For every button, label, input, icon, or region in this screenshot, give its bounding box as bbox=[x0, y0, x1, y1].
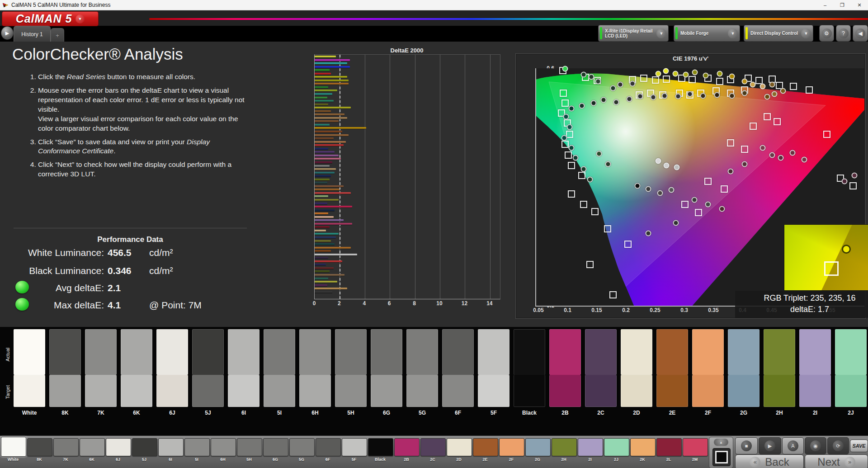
patch-button-5H[interactable] bbox=[237, 438, 262, 456]
patch-button-2K[interactable] bbox=[630, 438, 656, 456]
deltae-error-bar[interactable] bbox=[315, 250, 331, 252]
deltae-error-bar[interactable] bbox=[315, 66, 350, 68]
deltae-error-bar[interactable] bbox=[315, 113, 344, 115]
play-button[interactable]: ▶ bbox=[759, 437, 781, 454]
patch-button-7K[interactable] bbox=[53, 438, 79, 456]
patch-button-Black[interactable] bbox=[368, 438, 393, 456]
deltae-error-bar[interactable] bbox=[315, 195, 328, 197]
display-control-dropdown[interactable]: Direct Display Control ▼ bbox=[744, 25, 813, 42]
deltae-error-bar[interactable] bbox=[315, 62, 347, 64]
tab-scroll-button[interactable]: ▶ bbox=[1, 26, 14, 40]
deltae-error-bar[interactable] bbox=[315, 59, 350, 61]
deltae-error-bar[interactable] bbox=[315, 161, 332, 163]
patch-button-2F[interactable] bbox=[499, 438, 524, 456]
deltae-error-bar[interactable] bbox=[315, 284, 327, 286]
deltae-error-bar[interactable] bbox=[315, 151, 335, 153]
next-button[interactable]: Next » bbox=[805, 454, 868, 468]
pattern-up-button[interactable]: ▲ bbox=[714, 439, 728, 446]
tab-history-1[interactable]: History 1 bbox=[14, 26, 51, 42]
stop-button[interactable]: ■ bbox=[735, 437, 758, 454]
deltae-error-bar[interactable] bbox=[315, 137, 334, 139]
patch-button-2I[interactable] bbox=[578, 438, 603, 456]
collapse-panel-button[interactable]: ◀ bbox=[853, 25, 868, 42]
patch-button-6I[interactable] bbox=[158, 438, 184, 456]
patch-button-5I[interactable] bbox=[184, 438, 210, 456]
deltae-error-bar[interactable] bbox=[315, 240, 331, 242]
deltae-error-bar[interactable] bbox=[315, 203, 327, 204]
deltae-error-bar[interactable] bbox=[315, 134, 349, 136]
deltae-error-bar[interactable] bbox=[315, 83, 349, 85]
deltae-error-bar[interactable] bbox=[315, 97, 327, 99]
read-continuous-button[interactable]: ◉ bbox=[805, 437, 826, 454]
deltae-error-bar[interactable] bbox=[315, 56, 336, 57]
back-button[interactable]: « Back bbox=[735, 454, 804, 468]
patch-button-2M[interactable] bbox=[683, 438, 708, 456]
chevron-down-icon[interactable]: ▼ bbox=[728, 28, 738, 38]
patch-button-6J[interactable] bbox=[106, 438, 131, 456]
deltae-error-bar[interactable] bbox=[315, 254, 357, 255]
patch-button-2B[interactable] bbox=[394, 438, 420, 456]
deltae-error-bar[interactable] bbox=[315, 199, 339, 201]
deltae-error-bar[interactable] bbox=[315, 291, 332, 293]
calman-logo-menu[interactable]: CalMAN 5 ▼ bbox=[2, 11, 99, 26]
deltae-error-bar[interactable] bbox=[315, 124, 330, 126]
deltae-error-bar[interactable] bbox=[315, 131, 342, 132]
deltae-error-bar[interactable] bbox=[315, 155, 339, 156]
deltae-error-bar[interactable] bbox=[315, 267, 334, 269]
deltae-error-bar[interactable] bbox=[315, 209, 335, 211]
deltae-error-bar[interactable] bbox=[315, 80, 349, 81]
deltae-error-bar[interactable] bbox=[315, 117, 347, 119]
patch-button-6K[interactable] bbox=[80, 438, 105, 456]
auto-advance-button[interactable]: A bbox=[782, 437, 804, 454]
patch-button-6H[interactable] bbox=[211, 438, 236, 456]
logo-dropdown-arrow-icon[interactable]: ▼ bbox=[75, 14, 85, 24]
patch-button-2C[interactable] bbox=[420, 438, 446, 456]
deltae-error-bar[interactable] bbox=[315, 120, 339, 122]
deltae-error-bar[interactable] bbox=[315, 206, 352, 208]
patch-button-2G[interactable] bbox=[525, 438, 551, 456]
deltae-error-bar[interactable] bbox=[315, 100, 334, 102]
deltae-error-bar[interactable] bbox=[315, 110, 331, 112]
settings-button[interactable]: ⚙ bbox=[819, 25, 834, 42]
read-series-button[interactable]: ⟳ bbox=[827, 437, 849, 454]
patch-button-6G[interactable] bbox=[263, 438, 288, 456]
deltae-error-bar[interactable] bbox=[315, 192, 351, 194]
deltae-error-bar[interactable] bbox=[315, 223, 352, 225]
deltae-error-bar[interactable] bbox=[315, 216, 334, 218]
deltae-error-bar[interactable] bbox=[315, 233, 339, 235]
deltae-error-bar[interactable] bbox=[315, 264, 326, 265]
deltae-error-bar[interactable] bbox=[315, 226, 330, 228]
patch-button-5F[interactable] bbox=[342, 438, 367, 456]
chevron-down-icon[interactable]: ▼ bbox=[656, 28, 666, 38]
source-dropdown[interactable]: Mobile Forge ▼ bbox=[674, 25, 740, 42]
deltae-error-bar[interactable] bbox=[315, 69, 330, 71]
deltae-error-bar[interactable] bbox=[315, 168, 336, 170]
deltae-error-bar[interactable] bbox=[315, 141, 346, 143]
patch-button-5J[interactable] bbox=[132, 438, 157, 456]
patch-button-8K[interactable] bbox=[27, 438, 52, 456]
deltae-error-bar[interactable] bbox=[315, 127, 366, 129]
add-tab-button[interactable]: + bbox=[51, 28, 64, 42]
deltae-error-bar[interactable] bbox=[315, 288, 347, 289]
patch-button-5G[interactable] bbox=[289, 438, 315, 456]
deltae-error-bar[interactable] bbox=[315, 274, 344, 276]
maximize-button[interactable]: ❐ bbox=[834, 0, 851, 10]
deltae-error-bar[interactable] bbox=[315, 107, 351, 109]
deltae-error-bar[interactable] bbox=[315, 189, 340, 190]
deltae-error-bar[interactable] bbox=[315, 182, 327, 184]
deltae-error-bar[interactable] bbox=[315, 247, 351, 249]
deltae-error-bar[interactable] bbox=[315, 104, 328, 105]
help-button[interactable]: ? bbox=[836, 25, 851, 42]
deltae-error-bar[interactable] bbox=[315, 236, 336, 238]
deltae-error-bar[interactable] bbox=[315, 90, 337, 91]
deltae-error-bar[interactable] bbox=[315, 86, 328, 88]
patch-button-2L[interactable] bbox=[656, 438, 682, 456]
deltae-error-bar[interactable] bbox=[315, 175, 331, 177]
deltae-error-bar[interactable] bbox=[315, 172, 335, 174]
deltae-error-bar[interactable] bbox=[315, 278, 328, 279]
deltae-error-bar[interactable] bbox=[315, 230, 326, 232]
patch-button-2J[interactable] bbox=[604, 438, 629, 456]
patch-button-White[interactable] bbox=[1, 437, 26, 457]
deltae-error-bar[interactable] bbox=[315, 73, 331, 75]
deltae-error-bar[interactable] bbox=[315, 76, 347, 78]
